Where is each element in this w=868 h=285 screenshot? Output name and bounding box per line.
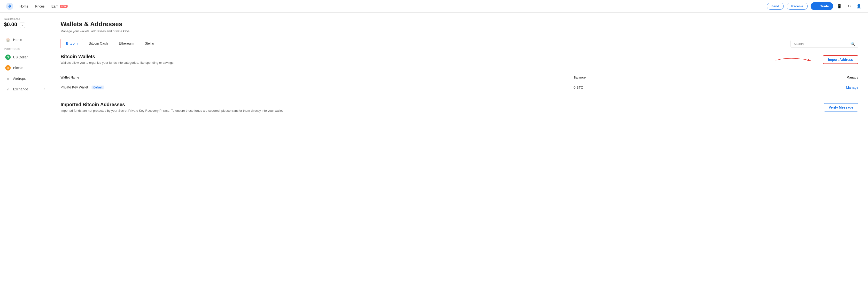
search-box[interactable]: 🔍 <box>790 40 858 48</box>
sidebar-item-home[interactable]: 🏠 Home <box>1 35 49 45</box>
wallet-name: Private Key Wallet <box>61 85 88 89</box>
imported-section-header: Imported Bitcoin Addresses Imported fund… <box>61 102 284 112</box>
search-icon[interactable]: 🔍 <box>850 41 855 46</box>
top-nav: Home Prices Earn NEW Send Receive ＋ Trad… <box>0 0 868 12</box>
wallet-name-cell: Private Key Wallet Default <box>61 82 574 93</box>
earn-new-badge: NEW <box>60 5 68 8</box>
plus-icon: ＋ <box>815 4 819 9</box>
refresh-icon[interactable]: ↻ <box>846 3 852 10</box>
wallet-manage-cell[interactable]: Manage <box>715 82 858 93</box>
page-subtitle: Manage your wallets, addresses and priva… <box>61 29 858 33</box>
search-input[interactable] <box>794 42 848 46</box>
table-row: Private Key Wallet Default 0 BTC Manage <box>61 82 858 93</box>
col-manage: Manage <box>715 73 858 82</box>
verify-message-button[interactable]: Verify Message <box>824 103 858 112</box>
sidebar-item-label: Airdrops <box>13 77 26 81</box>
sidebar-balance: Total Balance $0.00 ▾ <box>0 18 51 32</box>
tab-bitcoin[interactable]: Bitcoin <box>61 39 83 48</box>
receive-button[interactable]: Receive <box>786 3 808 10</box>
usdollar-icon: $ <box>5 55 11 60</box>
sidebar-item-label: Bitcoin <box>13 66 23 70</box>
portfolio-label: Portfolio <box>0 46 51 51</box>
sidebar-item-airdrops[interactable]: ◈ Airdrops <box>1 74 49 83</box>
exchange-icon: ⇄ <box>5 87 11 92</box>
import-address-button[interactable]: Import Address <box>823 55 858 64</box>
tab-bitcoin-cash[interactable]: Bitcoin Cash <box>83 39 113 48</box>
arrow-annotation <box>772 54 820 66</box>
mobile-icon[interactable]: 📱 <box>836 3 843 10</box>
wallet-section-header: Bitcoin Wallets Wallets allow you to org… <box>61 54 175 69</box>
sidebar-item-label: US Dollar <box>13 55 28 59</box>
nav-links: Home Prices Earn NEW <box>20 4 68 8</box>
nav-home[interactable]: Home <box>20 4 28 8</box>
external-link-icon: ↗ <box>43 88 45 91</box>
wallet-section-title: Bitcoin Wallets <box>61 54 175 59</box>
default-badge: Default <box>92 86 104 89</box>
trade-button[interactable]: ＋ Trade <box>811 2 833 10</box>
logo[interactable] <box>6 2 13 10</box>
col-wallet-name: Wallet Name <box>61 73 574 82</box>
imported-title: Imported Bitcoin Addresses <box>61 102 284 107</box>
tabs-row: Bitcoin Bitcoin Cash Ethereum Stellar <box>61 39 783 48</box>
tab-ethereum[interactable]: Ethereum <box>113 39 139 48</box>
sidebar-item-exchange[interactable]: ⇄ Exchange ↗ <box>1 84 49 94</box>
manage-link[interactable]: Manage <box>846 86 858 89</box>
user-icon[interactable]: 👤 <box>856 3 862 10</box>
page-title: Wallets & Addresses <box>61 20 858 28</box>
topnav-right: Send Receive ＋ Trade 📱 ↻ 👤 <box>767 2 862 10</box>
wallet-table: Wallet Name Balance Manage Private Key W… <box>61 73 858 93</box>
sidebar-item-usdollar[interactable]: $ US Dollar <box>1 52 49 62</box>
main-content: Wallets & Addresses Manage your wallets,… <box>51 12 868 285</box>
sidebar: Total Balance $0.00 ▾ 🏠 Home Portfolio $… <box>0 12 51 285</box>
col-balance: Balance <box>574 73 715 82</box>
layout: Total Balance $0.00 ▾ 🏠 Home Portfolio $… <box>0 0 868 285</box>
balance-toggle[interactable]: ▾ <box>20 23 25 28</box>
balance-value: $0.00 <box>4 21 17 27</box>
imported-section: Imported Bitcoin Addresses Imported fund… <box>61 102 858 112</box>
home-icon: 🏠 <box>5 37 11 42</box>
sidebar-item-label: Exchange <box>13 87 28 91</box>
airdrops-icon: ◈ <box>5 76 11 81</box>
wallet-balance-cell: 0 BTC <box>574 82 715 93</box>
tab-stellar[interactable]: Stellar <box>139 39 160 48</box>
balance-label: Total Balance <box>4 18 47 20</box>
nav-earn[interactable]: Earn NEW <box>51 4 68 8</box>
sidebar-item-label: Home <box>13 38 22 42</box>
imported-desc: Imported funds are not protected by your… <box>61 109 284 112</box>
send-button[interactable]: Send <box>767 3 784 10</box>
nav-prices[interactable]: Prices <box>35 4 44 8</box>
sidebar-item-bitcoin[interactable]: ₿ Bitcoin <box>1 63 49 73</box>
wallet-section-subtitle: Wallets allow you to organize your funds… <box>61 61 175 64</box>
bitcoin-icon: ₿ <box>5 65 11 70</box>
